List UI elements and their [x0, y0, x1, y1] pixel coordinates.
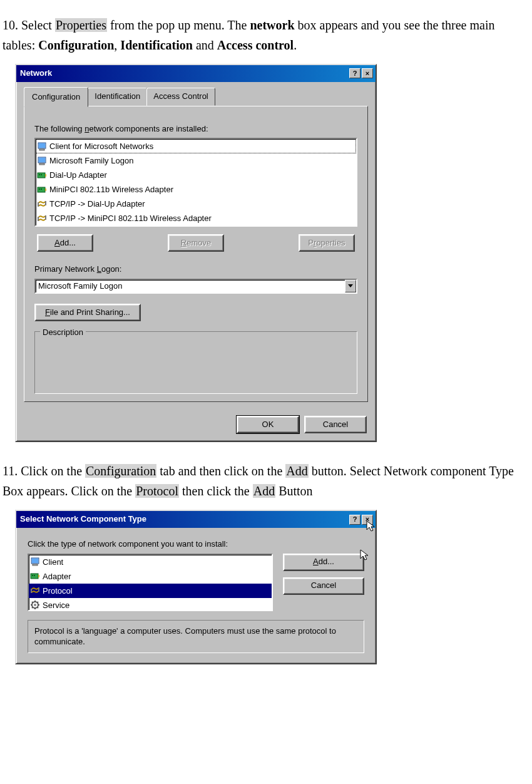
list-item-label: Client: [43, 555, 63, 569]
tab-label: Access Control: [153, 91, 208, 101]
svg-rect-17: [45, 215, 46, 220]
list-item[interactable]: Service: [29, 598, 272, 611]
list-item[interactable]: Client: [29, 555, 272, 569]
file-print-sharing-button[interactable]: File and Print Sharing...: [34, 304, 141, 321]
svg-rect-13: [41, 188, 42, 190]
list-item-label: Service: [43, 599, 69, 611]
list-item-label: Dial-Up Adapter: [49, 168, 107, 182]
svg-rect-4: [39, 158, 45, 162]
proto-icon: [30, 585, 40, 596]
tab-configuration[interactable]: Configuration: [24, 87, 88, 107]
service-icon: [30, 600, 40, 610]
svg-rect-23: [32, 575, 33, 576]
remove-button[interactable]: Remove: [168, 234, 224, 252]
svg-rect-5: [39, 163, 44, 165]
b-access: Access control: [217, 38, 294, 52]
svg-rect-20: [33, 564, 38, 565]
nic-icon: [37, 170, 47, 180]
dialog-title: Network: [19, 67, 52, 80]
list-item[interactable]: TCP/IP -> MiniPCI 802.11b Wireless Adapt…: [36, 211, 356, 225]
t: and: [193, 38, 217, 52]
prompt-label: Click the type of network component you …: [28, 538, 364, 551]
proto-icon: [37, 214, 47, 224]
svg-rect-2: [39, 149, 44, 150]
list-item[interactable]: TCP/IP -> Dial-Up Adapter: [36, 197, 356, 211]
close-button[interactable]: ×: [362, 515, 373, 525]
list-item[interactable]: Dial-Up Adapter: [36, 168, 356, 182]
components-listbox[interactable]: Client for Microsoft NetworksMicrosoft F…: [34, 138, 357, 227]
svg-rect-15: [45, 201, 46, 205]
step-10-text: 10. Select Properties from the pop up me…: [3, 15, 529, 55]
tab-panel: The following network components are ins…: [24, 106, 368, 403]
t: from the pop up menu. The: [107, 18, 250, 32]
description-text: Protocol is a 'language' a computer uses…: [28, 620, 364, 653]
primary-logon-label: Primary Network Logon:: [34, 263, 357, 276]
svg-rect-25: [31, 589, 32, 593]
chevron-down-icon: [348, 284, 353, 288]
hl-properties: Properties: [55, 18, 107, 32]
hl-protocol: Protocol: [135, 484, 179, 498]
list-item[interactable]: MiniPCI 802.11b Wireless Adapter: [36, 182, 356, 197]
list-item-label: TCP/IP -> MiniPCI 802.11b Wireless Adapt…: [49, 212, 212, 225]
dropdown-button[interactable]: [345, 280, 356, 292]
list-item[interactable]: Client for Microsoft Networks: [36, 139, 356, 153]
list-item-label: Client for Microsoft Networks: [49, 140, 153, 153]
properties-button[interactable]: Properties: [299, 234, 355, 252]
installed-label: The following network components are ins…: [34, 123, 357, 136]
tab-label: Configuration: [32, 92, 80, 101]
primary-logon-combo[interactable]: Microsoft Family Logon: [34, 279, 357, 294]
list-item-label: TCP/IP -> Dial-Up Adapter: [49, 197, 145, 210]
client-icon: [30, 557, 40, 567]
tab-identification[interactable]: Identification: [88, 88, 147, 106]
list-item[interactable]: Adapter: [29, 569, 272, 584]
svg-rect-12: [39, 188, 40, 190]
cancel-button[interactable]: Cancel: [283, 577, 364, 595]
list-item-label: Microsoft Family Logon: [49, 154, 133, 167]
help-button[interactable]: ?: [349, 68, 361, 78]
tabstrip: Configuration Identification Access Cont…: [16, 82, 376, 106]
svg-rect-16: [38, 217, 39, 221]
t: ,: [114, 38, 120, 52]
select-component-type-dialog: Select Network Component Type ? × Click …: [15, 510, 377, 664]
titlebar[interactable]: Network ? ×: [16, 65, 376, 82]
network-dialog: Network ? × Configuration Identification…: [15, 64, 377, 442]
nic-icon: [37, 185, 47, 195]
t: tab and then click on the: [156, 464, 285, 478]
svg-point-28: [34, 604, 36, 606]
proto-icon: [37, 199, 47, 209]
tab-access-control[interactable]: Access Control: [146, 88, 215, 106]
hl-add-2: Add: [253, 484, 275, 498]
t: .: [294, 38, 297, 52]
b-network: network: [250, 18, 294, 32]
description-group: Description: [34, 331, 357, 394]
description-legend: Description: [40, 326, 86, 339]
dialog-title: Select Network Component Type: [19, 513, 146, 526]
svg-rect-1: [39, 143, 45, 148]
list-item[interactable]: Protocol: [29, 584, 272, 598]
titlebar[interactable]: Select Network Component Type ? ×: [16, 511, 376, 528]
cancel-button[interactable]: Cancel: [304, 416, 367, 433]
close-button[interactable]: ×: [362, 68, 373, 78]
t: 10. Select: [3, 18, 55, 32]
svg-rect-19: [32, 559, 38, 563]
list-item-label: MiniPCI 802.11b Wireless Adapter: [49, 183, 173, 196]
svg-rect-24: [34, 575, 35, 576]
t: Button: [275, 484, 312, 498]
ok-button[interactable]: OK: [237, 416, 299, 433]
add-button[interactable]: Add...: [283, 554, 364, 571]
svg-rect-8: [39, 174, 40, 175]
hl-configuration: Configuration: [85, 464, 156, 478]
component-type-listbox[interactable]: ClientAdapterProtocolService: [28, 554, 273, 611]
list-item-label: Protocol: [43, 584, 73, 597]
add-button[interactable]: Add...: [37, 234, 93, 252]
help-button[interactable]: ?: [349, 515, 361, 525]
t: then click the: [179, 484, 253, 498]
step-11-text: 11. Click on the Configuration tab and t…: [3, 461, 529, 501]
svg-rect-7: [45, 174, 46, 177]
b-identification: Identification: [120, 38, 193, 52]
svg-rect-14: [38, 202, 39, 207]
svg-rect-26: [38, 587, 39, 592]
client-icon: [37, 142, 47, 152]
svg-rect-11: [45, 188, 46, 191]
list-item[interactable]: Microsoft Family Logon: [36, 153, 356, 168]
